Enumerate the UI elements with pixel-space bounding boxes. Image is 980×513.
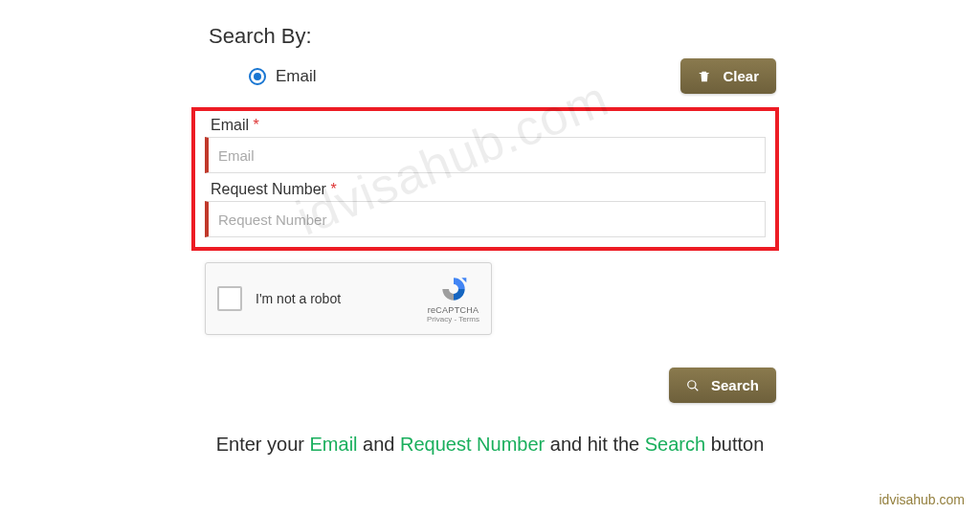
caption-text-1: Enter your <box>216 434 310 455</box>
recaptcha-branding: reCAPTCHA Privacy - Terms <box>427 275 479 323</box>
email-label: Email * <box>205 117 766 134</box>
svg-marker-0 <box>461 278 466 282</box>
caption-text-3: and hit the <box>545 434 645 455</box>
radio-icon <box>249 68 266 85</box>
recaptcha-text: I'm not a robot <box>256 291 427 306</box>
radio-label: Email <box>276 67 317 86</box>
instruction-caption: Enter your Email and Request Number and … <box>0 434 980 456</box>
recaptcha-links: Privacy - Terms <box>427 315 479 323</box>
request-number-input[interactable] <box>205 201 766 237</box>
request-label-text: Request Number <box>211 181 326 197</box>
recaptcha-checkbox[interactable] <box>217 286 242 311</box>
recaptcha-brand: reCAPTCHA <box>427 305 479 315</box>
search-button-label: Search <box>711 377 759 393</box>
trash-icon <box>698 70 711 83</box>
caption-text-2: and <box>358 434 400 455</box>
search-icon <box>686 379 700 392</box>
email-required: * <box>253 117 258 133</box>
caption-email: Email <box>310 434 358 455</box>
search-row: Search <box>0 368 980 403</box>
search-by-heading: Search By: <box>209 24 980 49</box>
recaptcha-privacy[interactable]: Privacy <box>427 315 452 323</box>
caption-text-4: button <box>705 434 764 455</box>
clear-button-label: Clear <box>723 68 759 84</box>
email-input[interactable] <box>205 137 766 173</box>
recaptcha-widget[interactable]: I'm not a robot reCAPTCHA Privacy - Term… <box>205 262 492 335</box>
email-field-group: Email * <box>205 117 766 173</box>
radio-email[interactable]: Email <box>249 67 317 86</box>
clear-button[interactable]: Clear <box>680 58 776 94</box>
fields-highlight-box: Email * Request Number * <box>191 107 779 251</box>
top-row: Email Clear <box>0 58 980 94</box>
recaptcha-terms[interactable]: Terms <box>458 315 479 323</box>
email-label-text: Email <box>211 117 249 133</box>
request-field-group: Request Number * <box>205 181 766 237</box>
request-required: * <box>330 181 336 197</box>
caption-request: Request Number <box>400 434 545 455</box>
search-button[interactable]: Search <box>669 368 776 403</box>
request-label: Request Number * <box>205 181 766 198</box>
site-credit: idvisahub.com <box>880 492 966 507</box>
recaptcha-logo-icon <box>437 275 470 303</box>
caption-search: Search <box>645 434 705 455</box>
